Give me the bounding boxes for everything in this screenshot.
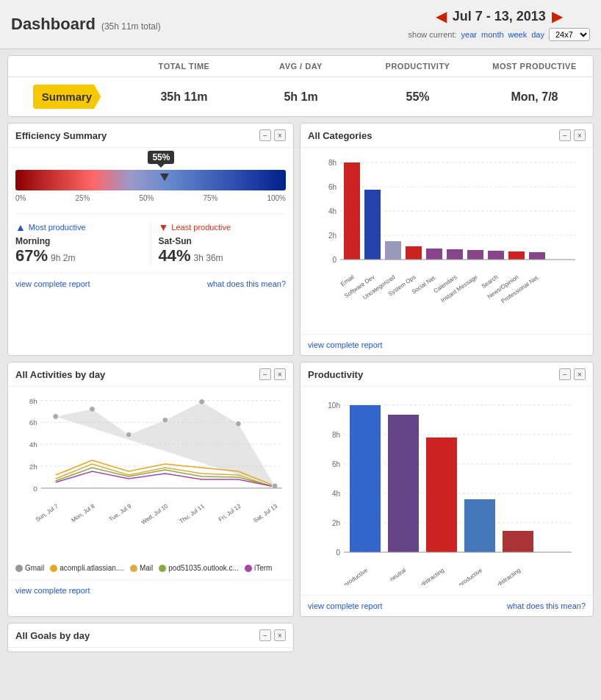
next-arrow[interactable]: ▶ <box>552 7 563 25</box>
activities-report-link[interactable]: view complete report <box>15 586 90 595</box>
efficiency-bar-container: 55% 0% 25% 50% 75% 100% <box>15 170 286 202</box>
legend-label-acompli: acompli.atlassian.... <box>60 564 124 572</box>
most-pct: 67% <box>15 246 48 265</box>
efficiency-report-link[interactable]: view complete report <box>15 279 90 288</box>
gauge-tooltip: 55% <box>148 151 174 164</box>
year-link[interactable]: year <box>461 30 477 39</box>
categories-controls: − × <box>559 129 586 141</box>
avg-day-value: 5h 1m <box>242 77 359 116</box>
activities-title: All Activities by day <box>15 369 105 380</box>
svg-text:2h: 2h <box>332 519 340 527</box>
prev-arrow[interactable]: ◀ <box>436 7 447 25</box>
categories-chart: 8h 6h 4h 2h 0 Email Software Dev Uncateg… <box>308 155 586 324</box>
summary-table: TOTAL TIME AVG / DAY PRODUCTIVITY MOST P… <box>7 55 594 117</box>
efficiency-minimize-btn[interactable]: − <box>259 129 271 141</box>
header-right: ◀ Jul 7 - 13, 2013 ▶ show current: year … <box>409 7 590 41</box>
legend-label-outlook: pod51035.outlook.c... <box>168 564 239 572</box>
week-link[interactable]: week <box>508 30 528 39</box>
least-productive-values: 44% 3h 36m <box>159 246 287 265</box>
legend-mail: Mail <box>130 564 153 572</box>
bar-email <box>344 162 360 260</box>
svg-text:2h: 2h <box>328 232 337 240</box>
productivity-meaning-link[interactable]: what does this mean? <box>507 601 586 610</box>
least-productive-header: ▼ Least productive <box>159 221 287 233</box>
goals-controls: − × <box>259 629 286 641</box>
least-pct: 44% <box>159 246 191 265</box>
bar-software-dev <box>364 190 381 260</box>
categories-close-btn[interactable]: × <box>574 129 586 141</box>
svg-text:4h: 4h <box>328 207 337 215</box>
svg-text:Wed, Jul 10: Wed, Jul 10 <box>140 502 170 526</box>
activities-minimize-btn[interactable]: − <box>259 368 271 380</box>
bar-labels: 0% 25% 50% 75% 100% <box>15 194 286 202</box>
activities-chart: 8h 6h 4h 2h 0 Su <box>15 394 286 556</box>
day-link[interactable]: day <box>531 30 544 39</box>
bar-system-ops <box>406 246 422 260</box>
activities-panel: All Activities by day − × 8h 6h 4h 2h 0 <box>7 362 294 617</box>
bar-label-50: 50% <box>139 194 154 202</box>
productivity-panel: Productivity − × 10h 8h 6h 4h 2h <box>300 362 594 617</box>
svg-text:Fri, Jul 12: Fri, Jul 12 <box>217 502 242 523</box>
svg-text:10h: 10h <box>328 401 340 410</box>
gauge-pointer <box>160 174 169 181</box>
productivity-footer: view complete report what does this mean… <box>300 595 593 616</box>
total-time-value: 35h 11m <box>126 77 242 116</box>
activities-close-btn[interactable]: × <box>274 368 286 380</box>
goals-minimize-btn[interactable]: − <box>259 629 271 641</box>
categories-report-link[interactable]: view complete report <box>308 340 383 349</box>
legend-gmail: Gmail <box>15 564 44 572</box>
productivity-chart: 10h 8h 6h 4h 2h 0 very productive neutra… <box>308 394 586 585</box>
col-most-productive: MOST PRODUCTIVE <box>476 56 593 76</box>
legend-dot-mail <box>130 565 137 572</box>
goals-panel: All Goals by day − × <box>7 623 294 652</box>
categories-title: All Categories <box>308 130 372 141</box>
svg-text:productive: productive <box>458 567 484 585</box>
gauge-value: 55% <box>152 152 170 162</box>
efficiency-close-btn[interactable]: × <box>274 129 286 141</box>
legend-iterm: iTerm <box>245 564 272 572</box>
bar-label-0: 0% <box>15 194 26 202</box>
categories-panel: All Categories − × 8h 6h 4h 2h 0 <box>300 123 594 356</box>
panels-row-3: All Goals by day − × <box>0 623 601 655</box>
time-filter-select[interactable]: 24x7 Work <box>549 28 590 41</box>
efficiency-panel: Efficiency Summary − × 55% 0% 25% <box>7 123 294 356</box>
svg-point-36 <box>235 421 241 426</box>
svg-text:distracting: distracting <box>496 567 522 585</box>
page-title: Dashboard <box>11 15 96 34</box>
svg-text:Thu, Jul 11: Thu, Jul 11 <box>178 502 206 524</box>
svg-point-31 <box>53 413 59 419</box>
svg-text:Sat, Jul 13: Sat, Jul 13 <box>252 502 278 524</box>
svg-text:4h: 4h <box>332 490 340 498</box>
svg-text:Tue, Jul 9: Tue, Jul 9 <box>108 502 133 523</box>
efficiency-meaning-link[interactable]: what does this mean? <box>207 279 286 288</box>
goals-close-btn[interactable]: × <box>274 629 286 641</box>
categories-content: 8h 6h 4h 2h 0 Email Software Dev Uncateg… <box>300 148 593 334</box>
month-link[interactable]: month <box>481 30 504 39</box>
efficiency-footer: view complete report what does this mean… <box>8 273 293 294</box>
svg-text:0: 0 <box>336 549 340 557</box>
svg-text:6h: 6h <box>328 183 337 191</box>
productivity-content: 10h 8h 6h 4h 2h 0 very productive neutra… <box>300 387 593 595</box>
activities-header: All Activities by day − × <box>8 362 293 387</box>
productivity-close-btn[interactable]: × <box>574 368 586 380</box>
most-productive-value: Mon, 7/8 <box>476 77 593 116</box>
legend-dot-outlook <box>159 565 166 572</box>
activities-footer: view complete report <box>8 579 293 601</box>
bar-prof-net <box>529 252 545 260</box>
bar-instant-msg <box>467 250 483 260</box>
categories-minimize-btn[interactable]: − <box>559 129 571 141</box>
legend-acompli: acompli.atlassian.... <box>50 564 124 572</box>
least-productive-label: Least productive <box>171 223 231 232</box>
productivity-report-link[interactable]: view complete report <box>308 601 383 610</box>
bar-very-productive <box>350 405 381 552</box>
bar-calendars <box>447 249 463 260</box>
efficiency-header: Efficiency Summary − × <box>8 124 293 148</box>
svg-text:Instant Message: Instant Message <box>439 274 479 304</box>
svg-text:very distracting: very distracting <box>409 567 445 585</box>
most-productive-header: ▲ Most productive <box>15 221 143 233</box>
date-range: Jul 7 - 13, 2013 <box>453 9 546 24</box>
bar-distracting <box>503 531 533 552</box>
summary-label: Summary <box>33 85 101 109</box>
productivity-minimize-btn[interactable]: − <box>559 368 571 380</box>
show-current-label: show current: <box>409 30 457 39</box>
